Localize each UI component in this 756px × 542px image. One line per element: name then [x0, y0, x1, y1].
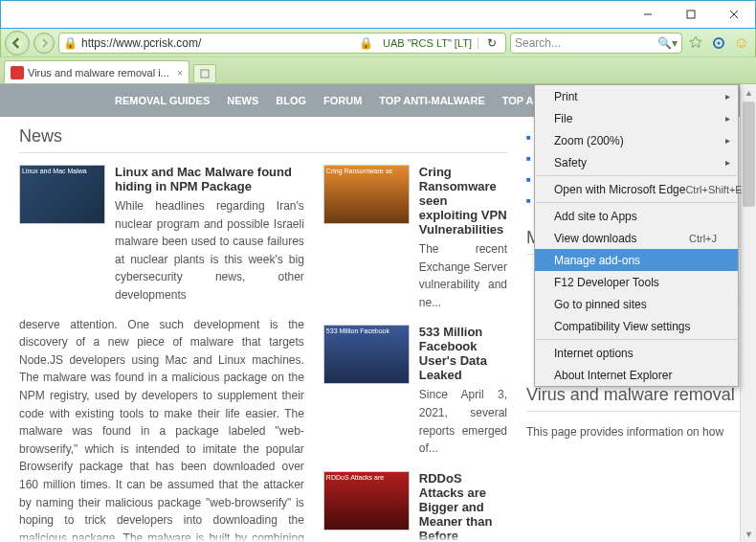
menu-internet-options[interactable]: Internet options [535, 342, 738, 364]
menu-about[interactable]: About Internet Explorer [535, 364, 738, 386]
menu-edge[interactable]: Open with Microsoft EdgeCtrl+Shift+E [535, 178, 738, 200]
menu-safety[interactable]: Safety [535, 151, 738, 173]
search-placeholder: Search... [515, 36, 561, 50]
page-viewport: REMOVAL GUIDES NEWS BLOG FORUM TOP ANTI-… [0, 84, 756, 542]
story-thumb: Cring Ransomware se [323, 165, 410, 224]
story-body: Since April 3, 2021, several reports eme… [419, 386, 507, 457]
scrollbar[interactable]: ▲ ▼ [740, 84, 756, 542]
story-title[interactable]: Cring Ransomware seen exploiting VPN Vul… [419, 165, 507, 237]
url-text: https://www.pcrisk.com/ [81, 36, 201, 50]
search-box[interactable]: Search... 🔍▾ [510, 33, 682, 54]
scroll-thumb[interactable] [743, 102, 755, 207]
search-icon[interactable]: 🔍▾ [656, 36, 678, 50]
back-button[interactable] [5, 31, 30, 56]
menu-pinned[interactable]: Go to pinned sites [535, 293, 738, 315]
nav-item[interactable]: FORUM [323, 95, 362, 106]
favicon-icon [11, 66, 24, 79]
side-story: RDDoS Attacks are RDDoS Attacks are Bigg… [323, 471, 507, 542]
story-body-cont: deserve attention. One such development … [19, 316, 304, 542]
window-titlebar [0, 0, 756, 29]
story-thumb: 533 Million Facebook [323, 325, 410, 384]
lock-icon: 🔒 [63, 36, 78, 50]
tools-menu: Print File Zoom (200%) Safety Open with … [534, 84, 739, 387]
window-maximize-button[interactable] [669, 1, 712, 28]
svg-rect-1 [687, 11, 695, 18]
forward-button[interactable] [33, 33, 55, 54]
menu-print[interactable]: Print [535, 85, 738, 107]
address-bar[interactable]: 🔒 https://www.pcrisk.com/ 🔒 UAB "RCS LT"… [58, 33, 506, 54]
story-title[interactable]: Linux and Mac Malware found hiding in NP… [115, 165, 304, 193]
feedback-button[interactable]: ☺ [732, 34, 751, 53]
svg-rect-6 [201, 70, 209, 78]
menu-f12[interactable]: F12 Developer Tools [535, 271, 738, 293]
svg-point-5 [718, 41, 721, 44]
nav-item[interactable]: TOP ANTI-MALWARE [379, 95, 484, 106]
nav-item[interactable]: BLOG [276, 95, 306, 106]
section-vmr-heading: Virus and malware removal [526, 385, 743, 412]
tab-active[interactable]: Virus and malware removal i... × [4, 60, 189, 83]
tab-close-button[interactable]: × [177, 67, 183, 79]
window-close-button[interactable] [712, 1, 755, 28]
nav-item[interactable]: REMOVAL GUIDES [115, 95, 210, 106]
favorites-button[interactable] [686, 34, 705, 53]
tab-title: Virus and malware removal i... [28, 67, 169, 79]
story-title[interactable]: 533 Million Facebook User's Data Leaked [419, 325, 507, 382]
vmr-body: This page provides information on how [526, 423, 743, 441]
menu-view-downloads[interactable]: View downloadsCtrl+J [535, 227, 738, 249]
story-body: The recent Exchange Server vulnerability… [419, 240, 507, 311]
story-body: While headlines regarding Iran's nuclear… [115, 197, 304, 305]
story-thumb: Linux and Mac Malwa [19, 165, 105, 224]
tools-button[interactable] [709, 34, 728, 53]
section-news-heading: News [19, 126, 507, 153]
tab-strip: Virus and malware removal i... × [0, 57, 756, 84]
story-thumb: RDDoS Attacks are [323, 471, 410, 531]
window-minimize-button[interactable] [626, 1, 669, 28]
menu-manage-addons[interactable]: Manage add-ons [535, 249, 738, 271]
refresh-button[interactable]: ↻ [482, 34, 501, 53]
scroll-up-button[interactable]: ▲ [741, 84, 756, 101]
lock-icon-2: 🔒 [359, 36, 373, 50]
menu-add-site-apps[interactable]: Add site to Apps [535, 205, 738, 227]
menu-zoom[interactable]: Zoom (200%) [535, 129, 738, 151]
nav-item[interactable]: NEWS [227, 95, 258, 106]
story-title[interactable]: RDDoS Attacks are Bigger and Meaner than… [419, 471, 507, 542]
menu-file[interactable]: File [535, 107, 738, 129]
site-identity: UAB "RCS LT" [LT] [377, 37, 478, 49]
scroll-down-button[interactable]: ▼ [741, 526, 756, 542]
side-story: 533 Million Facebook 533 Million Faceboo… [323, 325, 507, 457]
menu-compat[interactable]: Compatibility View settings [535, 315, 738, 337]
address-bar-row: 🔒 https://www.pcrisk.com/ 🔒 UAB "RCS LT"… [0, 29, 756, 57]
new-tab-button[interactable] [193, 64, 216, 83]
side-story: Cring Ransomware se Cring Ransomware see… [323, 165, 507, 311]
